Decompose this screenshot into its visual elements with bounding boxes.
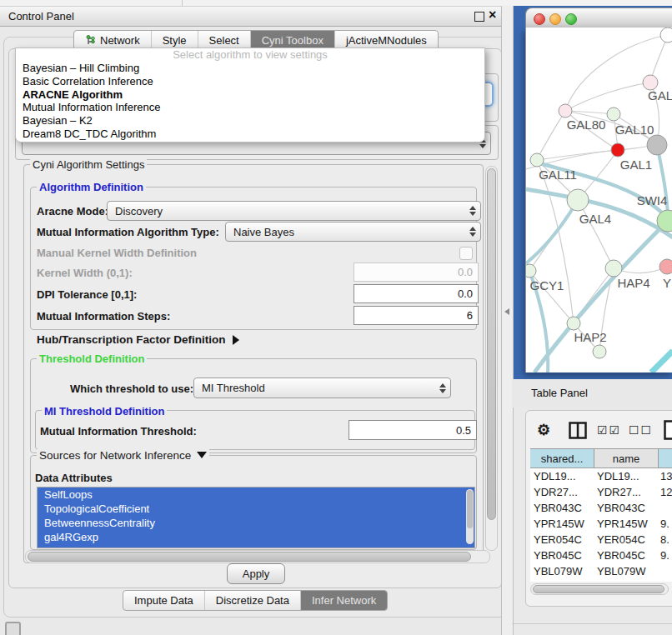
node-label: GAL11 [539,168,577,182]
table-row[interactable]: YPR145WYPR145W9. [530,516,672,532]
which-threshold-value: MI Threshold [202,382,265,394]
algorithm-option[interactable]: Basic Correlation Inference [16,75,484,88]
sources-toggle[interactable]: Sources for Network Inference [37,449,209,462]
column-header-name[interactable]: name [594,449,659,468]
aracne-mode-combo[interactable]: Discovery [107,201,481,221]
attribute-item[interactable] [38,544,474,548]
tab-impute-data[interactable]: Impute Data [123,591,205,610]
mi-threshold-field[interactable]: 0.5 [349,420,477,440]
tab-infer-network[interactable]: Infer Network [301,591,387,610]
mi-steps-field[interactable]: 6 [354,306,479,325]
window-minimize-traffic-icon[interactable] [549,13,561,25]
attributes-scrollbar[interactable] [466,489,474,544]
table-row[interactable]: YDL19...YDL19...13 [530,468,672,484]
table-cell: 9. [657,518,672,530]
attribute-item[interactable]: TopologicalCoefficient [38,502,474,516]
table-row[interactable]: YBL079WYBL079W [530,563,672,579]
network-node-hap2[interactable] [567,317,580,330]
network-edge[interactable] [578,200,614,268]
table-cell: YDL19... [530,470,594,482]
network-node-gal4[interactable] [567,189,589,211]
top-strip-divider [182,0,183,6]
network-edge[interactable] [537,111,565,160]
column-header-A[interactable]: A [659,449,672,468]
network-edge[interactable] [651,351,672,372]
table-row[interactable]: YER054CYER054C8. [530,532,672,548]
settings-hscrollbar-thumb[interactable] [28,552,471,562]
collapsed-panel-icon[interactable] [5,622,21,635]
manual-kernel-checkbox[interactable] [459,247,473,260]
network-view-canvas[interactable]: GALGAL80GAL10GAL1GAL11GAL4SWI4GCY1HAP4YH… [525,28,672,372]
network-node-gal80[interactable] [559,104,572,118]
column-header-shared[interactable]: shared... [530,449,594,468]
which-threshold-combo[interactable]: MI Threshold [193,378,451,398]
algorithm-option[interactable]: Mutual Information Inference [16,101,484,114]
network-node[interactable] [593,345,606,358]
network-edge[interactable] [526,200,578,263]
table-hscrollbar[interactable] [530,583,669,595]
attribute-item[interactable]: gal4RGexp [38,530,474,544]
panel-splitter[interactable] [501,6,514,635]
network-edge[interactable] [537,160,574,323]
table-cell: YDL19... [594,470,657,482]
gear-icon[interactable]: ⚙ [537,421,550,439]
float-window-icon[interactable] [474,12,484,22]
network-node[interactable] [660,28,672,42]
attribute-item[interactable]: BetweennessCentrality [38,516,474,530]
hub-definition-toggle[interactable]: Hub/Transcription Factor Definition [37,333,239,346]
close-icon[interactable]: × [489,8,496,22]
algorithm-option[interactable]: Dream8 DC_TDC Algorithm [16,128,484,141]
network-node-gal11[interactable] [530,153,544,167]
aracne-mode-value: Discovery [115,205,163,218]
cyni-bottom-tabs: Impute DataDiscretize DataInfer Network [123,590,388,611]
node-label: SWI4 [637,193,668,208]
table-row[interactable]: YBR043CYBR043C [530,500,672,516]
network-window-titlebar[interactable] [525,8,672,29]
split-column-icon[interactable] [569,422,587,439]
table-row[interactable]: YDR27...YDR27...12 [530,484,672,500]
algorithm-option[interactable]: Bayesian – Hill Climbing [16,62,484,75]
settings-scrollbar[interactable] [485,166,498,551]
table-cell: YLR345W [594,581,657,582]
network-node-gal1[interactable] [611,143,624,157]
node-attribute-table[interactable]: shared...nameA YDL19...YDL19...13YDR27..… [530,448,672,582]
network-node-gcy1[interactable] [526,264,536,278]
window-zoom-traffic-icon[interactable] [565,13,577,25]
expand-right-icon [233,335,239,345]
settings-hscrollbar[interactable] [25,550,490,563]
node-label: GAL1 [620,158,652,172]
network-node-y[interactable] [659,259,672,274]
network-node[interactable] [647,135,667,155]
attributes-scrollbar-thumb[interactable] [467,490,473,528]
tab-label: Infer Network [312,594,376,607]
algorithm-dropdown-popup: Select algorithm to view settings Bayesi… [15,48,485,142]
window-close-traffic-icon[interactable] [534,13,545,25]
manual-kernel-label: Manual Kernel Width Definition [37,247,197,259]
table-row[interactable]: YBR045CYBR045C9. [530,548,672,563]
algorithm-popup-placeholder: Select algorithm to view settings [16,48,484,62]
network-node-hap4[interactable] [605,260,622,277]
algorithm-option[interactable]: ARACNE Algorithm [16,88,484,102]
attribute-item[interactable]: SelfLoops [38,488,474,502]
table-hscrollbar-thumb[interactable] [533,585,664,593]
dpi-tolerance-field[interactable]: 0.0 [354,284,479,303]
splitter-grip-icon[interactable] [504,308,509,315]
control-panel-title: Control Panel [8,10,74,22]
node-label: GAL4 [579,212,611,226]
mi-threshold-label: Mutual Information Threshold: [40,425,197,438]
kernel-width-field[interactable]: 0.0 [354,262,479,282]
mi-type-combo[interactable]: Naive Bayes [225,222,481,242]
table-cell: 12 [657,486,672,498]
checked-boxes-icon[interactable]: ☑☑ [597,423,621,437]
settings-scrollbar-thumb[interactable] [487,168,496,520]
node-label: GAL [648,88,672,102]
file-icon[interactable] [664,420,672,440]
unchecked-boxes-icon[interactable]: ☐☐ [629,423,653,437]
apply-button[interactable]: Apply [227,563,285,584]
table-cell: YDR27... [594,486,657,498]
network-node-gal10[interactable] [607,108,620,121]
tab-discretize-data[interactable]: Discretize Data [205,591,301,610]
algorithm-option[interactable]: Bayesian – K2 [16,114,484,128]
table-row[interactable]: YLR345WYLR345W9. [530,579,672,582]
network-graph: GALGAL80GAL10GAL1GAL11GAL4SWI4GCY1HAP4YH… [526,28,672,372]
